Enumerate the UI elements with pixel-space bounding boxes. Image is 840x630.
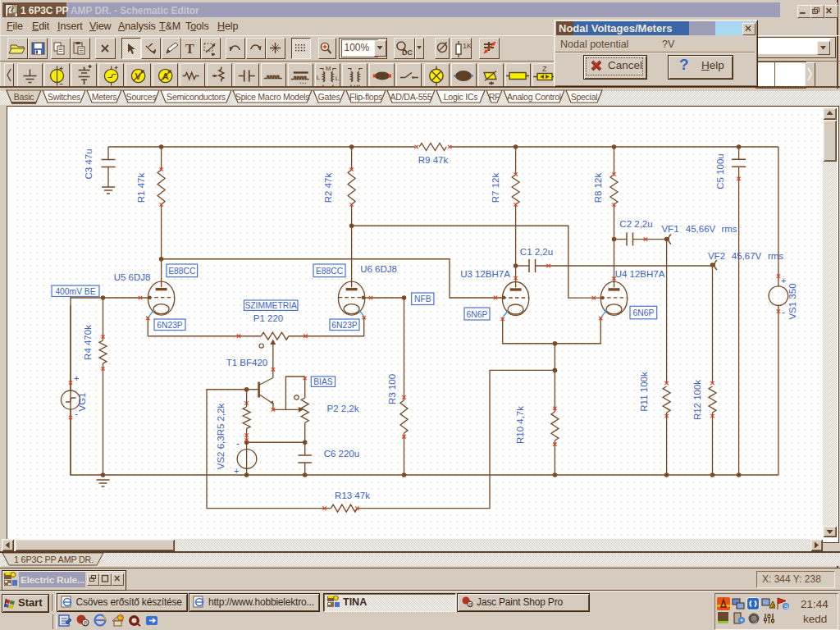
svg-text:+: +	[781, 276, 786, 285]
svg-text:R11 100k: R11 100k	[639, 372, 649, 412]
svg-text:Semiconductors: Semiconductors	[167, 92, 226, 102]
svg-text:C3 47u: C3 47u	[84, 148, 94, 179]
svg-text:400mV BE: 400mV BE	[55, 287, 95, 296]
svg-text:1 6P3C PP AMP DR.: 1 6P3C PP AMP DR.	[14, 555, 94, 564]
svg-text:C5 100u: C5 100u	[715, 153, 725, 189]
svg-text:R2 47k: R2 47k	[323, 173, 333, 203]
svg-text:Gates: Gates	[318, 92, 340, 102]
svg-text:P1 220: P1 220	[253, 313, 283, 323]
svg-text:R4 470k: R4 470k	[83, 325, 93, 360]
svg-text:R10 4,7k: R10 4,7k	[515, 406, 525, 444]
svg-text:R7 12k: R7 12k	[491, 173, 500, 203]
svg-text:DC: DC	[402, 48, 413, 57]
svg-text:Meters: Meters	[92, 92, 117, 102]
svg-text:U4 12BH7A: U4 12BH7A	[615, 269, 665, 279]
svg-text:A: A	[771, 603, 775, 609]
svg-text:Sources: Sources	[126, 92, 157, 102]
svg-text:Basic: Basic	[14, 92, 34, 102]
svg-text:S: S	[784, 603, 788, 610]
svg-text:-: -	[236, 438, 240, 450]
svg-text:45,67V: 45,67V	[732, 251, 762, 261]
svg-text:SZIMMETRIA: SZIMMETRIA	[244, 301, 297, 310]
svg-text:C6 220u: C6 220u	[324, 449, 359, 459]
svg-text:6N6P: 6N6P	[467, 310, 488, 319]
svg-text:45,66V: 45,66V	[686, 224, 716, 234]
svg-text:6N23P: 6N23P	[331, 321, 358, 330]
svg-text:8: 8	[468, 601, 472, 609]
svg-text:T1 BF420: T1 BF420	[226, 358, 268, 368]
svg-text:Switches: Switches	[48, 92, 80, 102]
svg-text:VG1: VG1	[77, 392, 87, 411]
svg-text:Analog Control: Analog Control	[507, 92, 561, 102]
svg-text:E88CC: E88CC	[316, 267, 344, 276]
svg-text:NFB: NFB	[414, 294, 431, 304]
svg-text:Logic ICs: Logic ICs	[444, 92, 477, 102]
svg-text:6N23P: 6N23P	[157, 321, 183, 330]
svg-text:rms: rms	[721, 224, 737, 234]
svg-text:Spice Macro Models: Spice Macro Models	[235, 92, 310, 102]
svg-text:U3 12BH7A: U3 12BH7A	[460, 269, 510, 279]
svg-text:R9 47k: R9 47k	[418, 155, 449, 165]
svg-text:L: L	[317, 74, 321, 81]
svg-text:AD/DA-555: AD/DA-555	[390, 92, 432, 102]
svg-text:?: ?	[120, 615, 123, 621]
svg-text:VS1 350: VS1 350	[788, 283, 797, 319]
svg-text:R8 12k: R8 12k	[593, 173, 603, 203]
svg-text:-: -	[782, 307, 785, 318]
svg-text:P2 2,2k: P2 2,2k	[327, 404, 359, 413]
svg-text:Flip-flops: Flip-flops	[349, 92, 382, 102]
svg-text:E88CC: E88CC	[168, 267, 196, 276]
svg-text:T: T	[185, 42, 194, 56]
svg-text:U6 6DJ8: U6 6DJ8	[360, 264, 397, 274]
svg-text:L: L	[336, 75, 340, 82]
svg-text:RF: RF	[489, 92, 500, 102]
svg-text:R13 47k: R13 47k	[335, 491, 370, 500]
svg-text:Z: Z	[542, 65, 547, 73]
svg-text:R3 100: R3 100	[387, 374, 397, 404]
svg-text:-: -	[75, 409, 78, 420]
svg-text:1K: 1K	[463, 42, 472, 50]
svg-text:M: M	[326, 65, 331, 72]
svg-text:VS2 6,3R5 2,2k: VS2 6,3R5 2,2k	[216, 403, 226, 469]
svg-text:R12 100k: R12 100k	[692, 380, 702, 420]
svg-text:+: +	[74, 373, 79, 383]
svg-text:U5 6DJ8: U5 6DJ8	[114, 272, 151, 282]
svg-text:VF2: VF2	[708, 251, 725, 261]
svg-text:C1 2,2u: C1 2,2u	[520, 247, 553, 257]
svg-text:rms: rms	[768, 251, 783, 261]
svg-text:BIAS: BIAS	[313, 377, 333, 386]
svg-text:C2 2,2u: C2 2,2u	[619, 219, 652, 229]
svg-text:R1 47k: R1 47k	[136, 173, 146, 203]
svg-text:+: +	[234, 466, 239, 476]
svg-text:VF1: VF1	[661, 224, 678, 234]
svg-text:Special: Special	[571, 92, 598, 102]
svg-text:6N6P: 6N6P	[633, 308, 655, 317]
svg-text:8: 8	[84, 619, 88, 628]
